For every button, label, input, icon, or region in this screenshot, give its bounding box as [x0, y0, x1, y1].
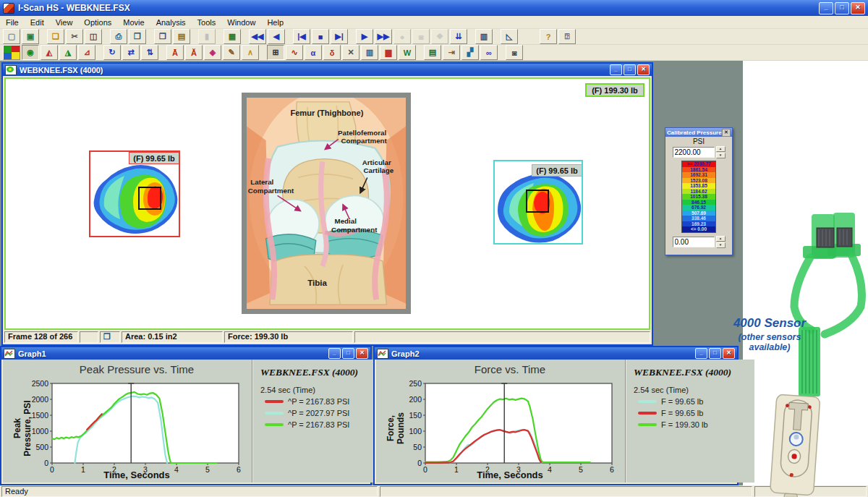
toolbar-button[interactable]: ⇊ — [450, 29, 467, 44]
toolbar-button[interactable] — [494, 30, 499, 43]
toolbar-button[interactable]: ▤ — [424, 45, 441, 60]
toolbar-button[interactable]: ▮ — [198, 29, 216, 44]
toolbar-button[interactable] — [499, 46, 504, 59]
toolbar-button[interactable]: ▣ — [22, 29, 39, 44]
toolbar-button[interactable] — [148, 30, 153, 43]
toolbar-button[interactable]: ✕ — [342, 45, 359, 60]
toolbar-button[interactable]: ✂ — [66, 29, 83, 44]
toolbar-button[interactable]: ▢ — [3, 29, 20, 44]
toolbar-button[interactable]: ❒ — [129, 29, 146, 44]
max-pressure-input[interactable] — [673, 147, 715, 158]
toolbar-button[interactable] — [260, 46, 265, 59]
toolbar-button[interactable] — [3, 45, 20, 60]
toolbar-button[interactable]: ◺ — [501, 29, 518, 44]
toolbar-button[interactable]: ▶▶ — [375, 29, 392, 44]
toolbar-button[interactable]: ◭ — [41, 45, 58, 60]
toolbar-button[interactable]: ⊿ — [78, 45, 95, 60]
menu-item[interactable]: View — [50, 17, 79, 28]
toolbar-button[interactable]: δ — [323, 45, 341, 60]
toolbar-button[interactable]: α — [305, 45, 322, 60]
maximize-button[interactable]: □ — [342, 348, 354, 359]
toolbar-button[interactable]: ▶| — [331, 29, 348, 44]
toolbar-button[interactable]: ◀◀ — [249, 29, 266, 44]
toolbar-button[interactable] — [192, 30, 197, 43]
toolbar-button[interactable]: Ă — [185, 45, 203, 60]
toolbar-button[interactable]: ∞ — [480, 45, 498, 60]
toolbar-button[interactable]: W — [399, 45, 416, 60]
toolbar-button[interactable] — [41, 30, 46, 43]
toolbar-button[interactable]: ⇅ — [141, 45, 158, 60]
maximize-button[interactable]: □ — [709, 348, 721, 359]
toolbar-button[interactable]: ∧ — [242, 45, 259, 60]
minimize-button[interactable]: _ — [610, 64, 622, 75]
app-title-bar[interactable]: I-Scan HS - WEBKNEE.FSX _ □ ✕ — [0, 0, 868, 16]
max-pressure-stepper[interactable]: ▲▼ — [716, 146, 726, 158]
min-pressure-stepper[interactable]: ▲▼ — [716, 236, 726, 248]
close-button[interactable]: ✕ — [851, 2, 865, 14]
toolbar-button[interactable]: ❖ — [431, 29, 448, 44]
menu-item[interactable]: Edit — [25, 17, 50, 28]
minimize-button[interactable]: _ — [695, 348, 707, 359]
toolbar-button[interactable] — [286, 30, 292, 43]
toolbar-button[interactable]: ◙ — [412, 29, 430, 44]
toolbar-button[interactable]: ❏ — [47, 29, 64, 44]
toolbar-button[interactable] — [349, 30, 354, 43]
toolbar-button[interactable]: ■ — [312, 29, 329, 44]
toolbar-button[interactable]: ◈ — [204, 45, 221, 60]
toolbar-button[interactable]: ⇄ — [122, 45, 140, 60]
toolbar-button[interactable]: Ā — [166, 45, 184, 60]
toolbar-button[interactable]: ◀ — [268, 29, 285, 44]
minimize-button[interactable]: _ — [328, 348, 341, 359]
toolbar-button[interactable]: ⇥ — [443, 45, 460, 60]
menu-item[interactable]: Help — [261, 17, 289, 28]
toolbar-button[interactable] — [103, 30, 109, 43]
toolbar-button[interactable]: ▥ — [361, 45, 378, 60]
menu-item[interactable]: Window — [221, 17, 261, 28]
toolbar-button[interactable]: |◀ — [293, 29, 310, 44]
toolbar-button[interactable]: ⊞ — [267, 45, 284, 60]
toolbar-button[interactable]: ◙ — [506, 45, 523, 60]
menu-item[interactable]: File — [0, 17, 25, 28]
graph1-title-bar[interactable]: Graph1 _ □ ✕ — [1, 347, 370, 360]
toolbar-button[interactable]: ❐ — [154, 29, 171, 44]
maximize-button[interactable]: □ — [624, 64, 636, 75]
palette-title-bar[interactable]: Calibrated Pressure ✕ — [665, 128, 732, 137]
toolbar-button[interactable]: ∿ — [286, 45, 303, 60]
toolbar-button[interactable]: ⎙ — [110, 29, 127, 44]
toolbar-button[interactable]: ◉ — [22, 45, 39, 60]
toolbar-button[interactable]: ▥ — [475, 29, 493, 44]
toolbar-button[interactable]: ↻ — [103, 45, 121, 60]
toolbar-button[interactable]: ◮ — [59, 45, 77, 60]
toolbar-button[interactable]: ◫ — [85, 29, 102, 44]
toolbar-button[interactable] — [519, 30, 538, 43]
label-patellofemoral-1: Patellofemoral — [338, 129, 386, 137]
toolbar-button[interactable] — [160, 46, 165, 59]
menu-item[interactable]: Options — [78, 17, 117, 28]
toolbar-button[interactable]: ▞ — [461, 45, 479, 60]
toolbar-button[interactable]: ● — [393, 29, 411, 44]
close-icon[interactable]: ✕ — [722, 129, 731, 137]
menu-item[interactable]: Analysis — [150, 17, 192, 28]
main-window-title-bar[interactable]: WEBKNEE.FSX (4000) _ □ ✕ — [3, 64, 652, 76]
toolbar-button[interactable]: ⍰ — [558, 29, 576, 44]
close-button[interactable]: ✕ — [356, 348, 368, 359]
toolbar-button[interactable]: ▆ — [380, 45, 397, 60]
min-pressure-input[interactable] — [673, 237, 715, 247]
maximize-button[interactable]: □ — [835, 2, 849, 14]
menu-item[interactable]: Tools — [192, 17, 222, 28]
menu-item[interactable]: Movie — [117, 17, 150, 28]
toolbar-button[interactable] — [97, 46, 102, 59]
toolbar-button[interactable]: ▦ — [224, 29, 241, 44]
toolbar-button[interactable]: ? — [540, 29, 557, 44]
graph2-title-bar[interactable]: Graph2 _ □ ✕ — [375, 347, 737, 360]
minimize-button[interactable]: _ — [819, 2, 833, 14]
toolbar-button[interactable]: ✎ — [223, 45, 240, 60]
windows-icon[interactable]: ❐ — [100, 331, 120, 343]
toolbar-button[interactable] — [217, 30, 222, 43]
toolbar-button[interactable] — [417, 46, 422, 59]
toolbar-button[interactable] — [242, 30, 247, 43]
toolbar-button[interactable] — [469, 30, 474, 43]
close-button[interactable]: ✕ — [637, 64, 650, 75]
toolbar-button[interactable]: ▶ — [356, 29, 373, 44]
toolbar-button[interactable]: ▤ — [173, 29, 190, 44]
